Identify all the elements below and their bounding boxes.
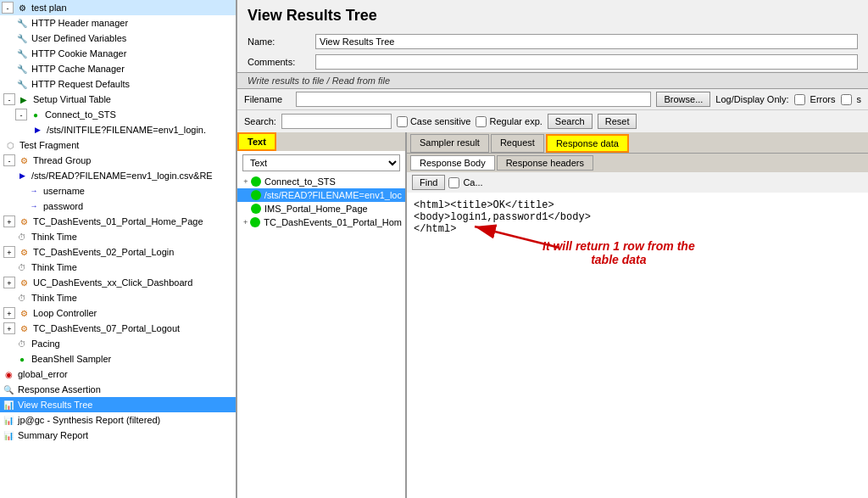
- tree-item-synthesis[interactable]: 📊 jp@gc - Synthesis Report (filtered): [0, 412, 236, 428]
- tree-item-connect-sts[interactable]: - ● Connect_to_STS: [0, 107, 236, 122]
- tree-item-tc-login[interactable]: + ⚙ TC_DashEvents_02_Portal_Login: [0, 244, 236, 260]
- tree-item-tc-dash01[interactable]: + ⚙ TC_DashEvents_01_Portal_Home_Page: [0, 214, 236, 229]
- expand-connect-sts[interactable]: -: [15, 109, 27, 120]
- extra-checkbox[interactable]: [841, 94, 852, 105]
- annotation-text: It will return 1 row from the table data: [542, 239, 695, 266]
- find-button[interactable]: Find: [412, 175, 445, 190]
- search-button[interactable]: Search: [548, 114, 593, 129]
- result-item-tc-dash01[interactable]: + TC_DashEvents_01_Portal_Hom: [237, 215, 405, 229]
- status-icon: [250, 217, 260, 227]
- result-item-read-file[interactable]: /sts/READ?FILENAME=env1_loc: [237, 188, 405, 202]
- case-sensitive-label: Case sensitive: [410, 116, 471, 126]
- status-icon: [251, 176, 261, 187]
- tree-item-test-fragment[interactable]: ⬡ Test Fragment: [0, 137, 236, 153]
- status-icon: [251, 204, 261, 214]
- search-row: Search: Case sensitive Regular exp. Sear…: [237, 109, 868, 132]
- summary-icon: 📊: [2, 428, 15, 442]
- global-error-label: global_error: [18, 369, 68, 379]
- tree-item-http-header[interactable]: 🔧 HTTP Header manager: [0, 15, 236, 31]
- uc-click-icon: ⚙: [17, 276, 31, 289]
- sub-tabs: Response Body Response headers: [407, 154, 868, 172]
- regular-exp-label: Regular exp.: [489, 116, 542, 126]
- user-vars-label: User Defined Variables: [31, 33, 126, 43]
- test-plan-icon: ⚙: [15, 1, 29, 14]
- setup-vt-icon: ▶: [17, 92, 31, 106]
- view-results-label: View Results Tree: [18, 400, 92, 410]
- expand-loop-ctrl[interactable]: +: [3, 307, 15, 319]
- reset-button[interactable]: Reset: [598, 114, 637, 129]
- filename-label: Filename: [244, 94, 291, 104]
- regular-exp-row: Regular exp.: [476, 116, 542, 127]
- tree-item-global-error[interactable]: ◉ global_error: [0, 367, 236, 382]
- expand-tc-logout[interactable]: +: [3, 322, 15, 334]
- tree-item-username[interactable]: → username: [0, 183, 236, 199]
- name-input[interactable]: [315, 34, 858, 49]
- synthesis-label: jp@gc - Synthesis Report (filtered): [18, 415, 160, 425]
- filename-input[interactable]: [296, 92, 651, 107]
- tree-item-think-time1[interactable]: ⏱ Think Time: [0, 229, 236, 244]
- synthesis-icon: 📊: [2, 413, 15, 427]
- tab-sampler-result[interactable]: Sampler result: [410, 134, 489, 153]
- tree-tab-bar: Text: [237, 132, 405, 151]
- tree-item-http-defaults[interactable]: 🔧 HTTP Request Defaults: [0, 76, 236, 92]
- http-cache-label: HTTP Cache Manager: [31, 64, 125, 74]
- errors-checkbox[interactable]: [794, 94, 805, 105]
- result-item-ims-portal[interactable]: IMS_Portal_Home_Page: [237, 202, 405, 215]
- case-sensitive-checkbox[interactable]: [397, 116, 408, 127]
- tree-item-pacing[interactable]: ⏱ Pacing: [0, 336, 236, 351]
- tab-text[interactable]: Text: [237, 132, 276, 151]
- result-label: IMS_Portal_Home_Page: [264, 204, 368, 214]
- result-tree-panel: Text Text JSON XML HTML Regexp Tester + …: [237, 132, 407, 498]
- regular-exp-checkbox[interactable]: [476, 116, 487, 127]
- tree-item-tc-logout[interactable]: + ⚙ TC_DashEvents_07_Portal_Logout: [0, 321, 236, 336]
- response-area: <html><title>OK</title> <body>login1,pas…: [407, 193, 868, 498]
- uc-click-label: UC_DashEvents_xx_Click_Dashboard: [33, 277, 192, 288]
- browse-button[interactable]: Browse...: [656, 92, 710, 107]
- expand-thread-group[interactable]: -: [3, 154, 15, 166]
- tab-request[interactable]: Request: [491, 134, 544, 153]
- expand-uc-click[interactable]: +: [3, 277, 15, 288]
- tab-response-data[interactable]: Response data: [546, 134, 629, 153]
- tree-item-password[interactable]: → password: [0, 199, 236, 214]
- tree-item-sts-file[interactable]: ▶ /sts/INITFILE?FILENAME=env1_login.: [0, 122, 236, 137]
- response-assert-icon: 🔍: [2, 383, 15, 396]
- find-case-checkbox[interactable]: [448, 177, 459, 188]
- tree-item-user-vars[interactable]: 🔧 User Defined Variables: [0, 31, 236, 46]
- tree-item-setup-vt[interactable]: - ▶ Setup Virtual Table: [0, 92, 236, 107]
- tree-item-beanshell[interactable]: ● BeanShell Sampler: [0, 351, 236, 367]
- read-file-label: /sts/READ?FILENAME=env1_login.csv&RE: [31, 171, 213, 181]
- tree-item-summary[interactable]: 📊 Summary Report: [0, 428, 236, 443]
- tree-item-uc-click[interactable]: + ⚙ UC_DashEvents_xx_Click_Dashboard: [0, 275, 236, 290]
- tree-item-view-results[interactable]: 📊 View Results Tree: [0, 397, 236, 412]
- tree-item-read-file[interactable]: ▶ /sts/READ?FILENAME=env1_login.csv&RE: [0, 168, 236, 183]
- tree-item-http-cache[interactable]: 🔧 HTTP Cache Manager: [0, 61, 236, 76]
- tree-item-thread-group[interactable]: - ⚙ Thread Group: [0, 153, 236, 168]
- tree-item-think-time3[interactable]: ⏱ Think Time: [0, 290, 236, 305]
- tab-response-body[interactable]: Response Body: [410, 155, 495, 171]
- beanshell-label: BeanShell Sampler: [31, 354, 111, 364]
- thread-group-label: Thread Group: [33, 155, 91, 165]
- tree-item-test-plan[interactable]: - ⚙ test plan: [0, 0, 236, 15]
- tree-item-loop-ctrl[interactable]: + ⚙ Loop Controller: [0, 305, 236, 321]
- find-row: Find Ca...: [407, 172, 868, 193]
- expand-test-plan[interactable]: -: [2, 2, 14, 14]
- http-cache-icon: 🔧: [15, 62, 29, 76]
- comments-input[interactable]: [315, 54, 858, 70]
- tc-login-label: TC_DashEvents_02_Portal_Login: [33, 247, 174, 257]
- tab-response-headers[interactable]: Response headers: [497, 155, 593, 171]
- status-icon: [251, 190, 261, 200]
- tree-item-response-assert[interactable]: 🔍 Response Assertion: [0, 382, 236, 397]
- tc-dash01-label: TC_DashEvents_01_Portal_Home_Page: [33, 216, 203, 227]
- expand-setup-vt[interactable]: -: [3, 93, 15, 105]
- expand-tc-login[interactable]: +: [3, 246, 15, 258]
- top-tabs: Sampler result Request Response data: [407, 132, 868, 154]
- http-defaults-label: HTTP Request Defaults: [31, 79, 130, 89]
- search-input[interactable]: [281, 114, 392, 129]
- connect-sts-icon: ●: [29, 108, 42, 121]
- tree-item-think-time2[interactable]: ⏱ Think Time: [0, 260, 236, 275]
- tree-item-http-cookie[interactable]: 🔧 HTTP Cookie Manager: [0, 46, 236, 61]
- http-defaults-icon: 🔧: [15, 77, 29, 91]
- expand-tc-dash01[interactable]: +: [3, 215, 15, 227]
- view-dropdown[interactable]: Text JSON XML HTML Regexp Tester: [242, 154, 400, 171]
- result-item-connect-sts[interactable]: + Connect_to_STS: [237, 175, 405, 188]
